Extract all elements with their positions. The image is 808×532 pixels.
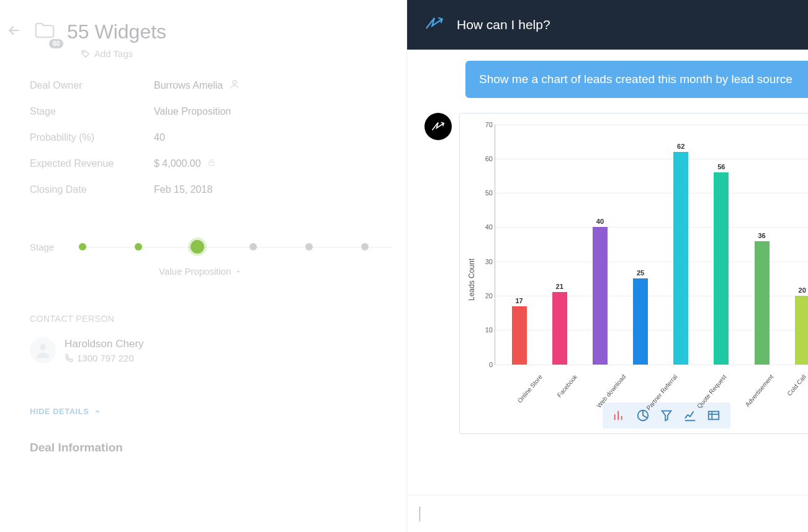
contact-phone[interactable]: 1300 797 220 xyxy=(65,353,144,363)
field-label: Stage xyxy=(30,106,154,117)
field-value: $ 4,000.00 xyxy=(154,158,201,169)
x-tick-label: Cold Call xyxy=(783,365,808,411)
chart-x-labels: Online StoreFacebookWeb downloadPartner … xyxy=(495,365,808,397)
field-label: Probability (%) xyxy=(30,132,154,143)
stage-dot[interactable] xyxy=(361,243,369,250)
avatar xyxy=(30,337,56,363)
zia-header: How can I help? — xyxy=(407,0,808,50)
bar-column[interactable]: 20 xyxy=(782,125,808,365)
bar-value-label: 21 xyxy=(556,283,563,290)
field-label: Deal Owner xyxy=(30,80,154,91)
x-tick-label: Facebook xyxy=(553,365,600,412)
tag-icon xyxy=(81,49,91,59)
bar-column[interactable]: 25 xyxy=(620,125,660,365)
bar-column[interactable]: 40 xyxy=(580,125,620,365)
bar-column[interactable]: 21 xyxy=(539,125,580,365)
field-closing-date: Closing Date Feb 15, 2018 xyxy=(30,177,406,203)
bar-value-label: 62 xyxy=(677,143,685,150)
add-tags-button[interactable]: Add Tags xyxy=(81,48,406,59)
chart-ylabel: Leads Count xyxy=(466,125,476,397)
contact-name: Haroldson Chery xyxy=(65,338,144,350)
bar xyxy=(714,172,729,365)
y-tick: 60 xyxy=(477,155,493,162)
bar xyxy=(552,292,567,364)
folder-count-badge: 80 xyxy=(49,39,63,48)
field-value: Value Proposition xyxy=(154,106,231,117)
y-tick: 40 xyxy=(477,223,493,231)
bar xyxy=(633,278,648,364)
y-tick: 20 xyxy=(477,292,493,299)
line-chart-icon[interactable] xyxy=(678,406,702,425)
y-tick: 30 xyxy=(477,258,493,265)
y-tick: 70 xyxy=(477,121,493,128)
chat-body: Show me a chart of leads created this mo… xyxy=(407,50,808,495)
bar-value-label: 17 xyxy=(515,297,523,304)
deal-information-heading: Deal Information xyxy=(30,441,406,454)
bar xyxy=(673,152,688,365)
chevron-down-icon xyxy=(235,268,242,275)
field-value: 40 xyxy=(154,132,165,143)
svg-point-3 xyxy=(40,344,46,350)
field-probability: Probability (%) 40 xyxy=(30,125,406,151)
bar-value-label: 20 xyxy=(799,286,806,294)
y-tick: 50 xyxy=(477,189,493,197)
bar xyxy=(593,227,608,364)
svg-rect-2 xyxy=(209,162,214,165)
phone-icon xyxy=(65,353,73,362)
bar-value-label: 36 xyxy=(758,232,765,239)
stage-dot[interactable] xyxy=(79,243,86,250)
bar-value-label: 56 xyxy=(717,163,725,171)
zia-assistant-panel: How can I help? — Show me a chart of lea… xyxy=(406,0,808,532)
page-title: 55 Widgets xyxy=(67,20,166,43)
bar-column[interactable]: 17 xyxy=(499,125,539,365)
bar-value-label: 40 xyxy=(596,218,604,225)
stage-progress: Stage xyxy=(30,240,406,254)
y-tick: 10 xyxy=(477,326,493,334)
y-tick: 0 xyxy=(477,361,493,368)
stage-progress-label: Stage xyxy=(30,242,54,252)
stage-dot[interactable] xyxy=(135,243,142,250)
field-owner: Deal Owner Burrows Amelia xyxy=(30,73,406,99)
contact-section-title: CONTACT PERSON xyxy=(30,314,406,324)
deal-detail-panel: 80 55 Widgets Add Tags Deal Owner Burrow… xyxy=(0,0,406,532)
person-icon[interactable] xyxy=(229,79,240,92)
add-tags-label: Add Tags xyxy=(94,48,133,59)
bar-column[interactable]: 62 xyxy=(661,125,701,365)
chart-plot-area: 010203040506070172140256256362040 xyxy=(495,125,808,365)
svg-point-1 xyxy=(233,81,236,84)
chevron-up-icon xyxy=(94,408,101,415)
zia-header-title: How can I help? xyxy=(457,17,808,32)
contact-phone-number: 1300 797 220 xyxy=(77,353,134,363)
field-label: Closing Date xyxy=(30,184,154,195)
bar-column[interactable]: 36 xyxy=(742,125,782,365)
stage-dot[interactable] xyxy=(305,243,313,250)
chat-input[interactable] xyxy=(420,508,808,520)
bar-value-label: 25 xyxy=(637,269,644,277)
chart-card: Leads Count 0102030405060701721402562563… xyxy=(459,113,808,434)
field-revenue: Expected Revenue $ 4,000.00 xyxy=(30,151,406,177)
zia-logo-icon xyxy=(423,12,446,37)
field-value: Burrows Amelia xyxy=(154,80,223,91)
bar xyxy=(755,241,770,365)
stage-dropdown[interactable]: Value Proposition xyxy=(159,266,406,277)
hide-details-label: HIDE DETAILS xyxy=(30,407,89,416)
contact-card[interactable]: Haroldson Chery 1300 797 220 xyxy=(30,337,406,363)
bar-column[interactable]: 56 xyxy=(701,125,742,365)
zia-avatar-icon xyxy=(424,113,452,140)
field-value: Feb 15, 2018 xyxy=(154,184,212,195)
field-stage: Stage Value Proposition xyxy=(30,99,406,125)
stage-dot-current[interactable] xyxy=(191,240,204,254)
chat-input-row xyxy=(407,495,808,532)
bar xyxy=(512,306,527,365)
user-message-bubble: Show me a chart of leads created this mo… xyxy=(465,61,808,98)
stage-dot[interactable] xyxy=(249,243,257,250)
hide-details-toggle[interactable]: HIDE DETAILS xyxy=(30,407,406,416)
field-label: Expected Revenue xyxy=(30,158,154,169)
bar xyxy=(795,296,808,365)
lock-icon xyxy=(207,158,216,169)
stage-dropdown-value: Value Proposition xyxy=(159,266,231,277)
svg-point-0 xyxy=(83,51,84,52)
deal-folder-icon: 80 xyxy=(31,19,58,45)
back-arrow-icon[interactable] xyxy=(6,22,22,41)
